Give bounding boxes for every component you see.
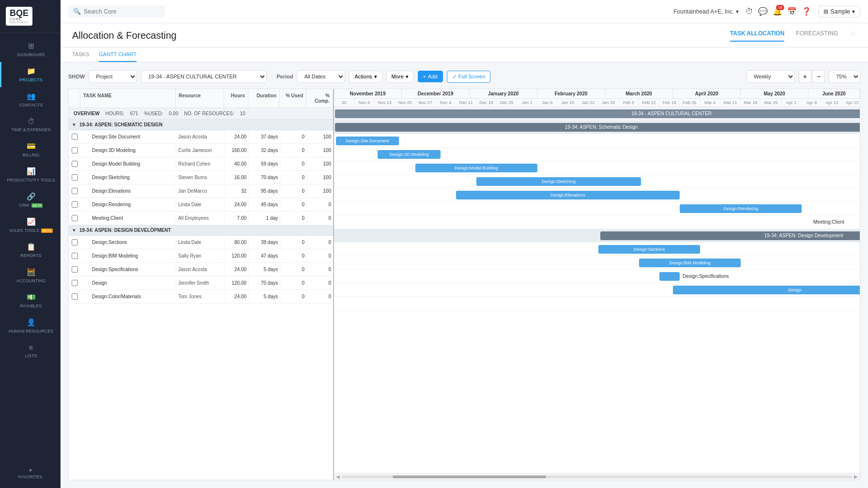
sidebar-item-lists[interactable]: ≡ LISTS	[0, 338, 61, 363]
zoom-in-button[interactable]: +	[799, 70, 811, 83]
task-name: Design:Sketching	[80, 173, 176, 182]
gantt-chart[interactable]: November 2019 December 2019 January 2020…	[334, 89, 860, 480]
gantt-weeks: 30 Nov 6 Nov 13 Nov 20 Nov 27 Dec 4 Dec …	[334, 99, 860, 107]
task-duration: 5 days	[248, 292, 280, 301]
logo-text: BQE	[10, 9, 29, 17]
task-duration: 59 days	[248, 159, 280, 168]
calendar-icon[interactable]: 📅	[787, 7, 797, 16]
section-row-design-dev[interactable]: ▼ 19-34: ASPEN: DESIGN DEVELOPMENT	[69, 225, 333, 236]
task-resource: Curtis Jameson	[176, 146, 224, 155]
help-icon[interactable]: ❓	[802, 7, 811, 16]
task-used: 0	[280, 265, 306, 274]
task-checkbox[interactable]	[72, 293, 78, 300]
toolbar-right: Weekly + − 75%	[746, 70, 860, 83]
sub-tab-gantt[interactable]: GANTT CHART	[99, 47, 137, 62]
task-hours: 24.00	[224, 200, 248, 209]
task-checkbox[interactable]	[72, 134, 78, 140]
tab-forecasting[interactable]: FORECASTING	[796, 30, 838, 42]
task-checkbox[interactable]	[72, 215, 78, 221]
sidebar-item-dashboard[interactable]: ⊞ DASHBOARD	[0, 37, 61, 62]
task-resource: Richard Cohen	[176, 159, 224, 168]
scrollbar-thumb[interactable]	[393, 475, 546, 478]
sidebar-item-payables[interactable]: 💵 PAYABLES	[0, 288, 61, 313]
notification-icon[interactable]: 🔔 34	[773, 7, 782, 16]
more-label: More	[392, 74, 404, 79]
project-select[interactable]: 19-34 - ASPEN CULTURAL CENTER	[141, 70, 267, 83]
tab-task-allocation[interactable]: TASK ALLOCATION	[730, 30, 784, 42]
month-mar-2020: March 2020	[605, 89, 673, 98]
search-input[interactable]	[84, 8, 152, 15]
task-checkbox[interactable]	[72, 161, 78, 167]
logo-sub: CORE	[10, 17, 29, 21]
task-name: Design:Elevations	[80, 186, 176, 196]
gantt-bar-bim: Design:BIM Modeling	[639, 259, 741, 267]
sidebar-item-accounting[interactable]: 🧮 ACCOUNTING	[0, 263, 61, 288]
week-cell: Apr 1	[781, 99, 802, 107]
more-button[interactable]: More ▾	[386, 71, 414, 83]
sidebar-item-productivity[interactable]: 📊 PRODUCTIVITY TOOLS	[0, 162, 61, 187]
search-area[interactable]: 🔍	[68, 5, 165, 17]
weekly-select[interactable]: Weekly	[746, 70, 795, 83]
sidebar-item-contacts[interactable]: 👥 CONTACTS	[0, 87, 61, 112]
task-comp: 0	[306, 265, 333, 274]
sidebar-item-hr[interactable]: 👤 HUMAN RESOURCES	[0, 313, 61, 338]
task-comp: 0	[306, 278, 333, 288]
task-checkbox[interactable]	[72, 201, 78, 208]
task-checkbox[interactable]	[72, 280, 78, 286]
month-may-2020: May 2020	[741, 89, 808, 98]
left-panel: TASK NAME Resource Hours Duration % Used…	[69, 89, 334, 480]
task-used: 0	[280, 173, 306, 182]
company-selector[interactable]: Fountainhead A+E, Inc. ▾	[673, 8, 739, 15]
sub-tab-tasks[interactable]: TASKS	[72, 47, 89, 62]
show-select[interactable]: Project	[89, 70, 137, 83]
sidebar-item-crm[interactable]: 🔗 CRM BETA	[0, 187, 61, 213]
gantt-row-design: Design	[334, 283, 860, 297]
zoom-select[interactable]: 75%	[829, 70, 860, 83]
sidebar-label-hr: HUMAN RESOURCES	[9, 329, 54, 334]
gantt-row-sections: Design:Sections	[334, 243, 860, 256]
week-cell: Dec 4	[436, 99, 456, 107]
task-checkbox[interactable]	[72, 266, 78, 273]
sidebar-label-payables: PAYABLES	[20, 304, 42, 308]
sidebar-item-billing[interactable]: 💳 BILLING	[0, 137, 61, 162]
sidebar-item-reports[interactable]: 📋 REPORTS	[0, 238, 61, 263]
actions-button[interactable]: Actions ▾	[349, 71, 382, 83]
table-row: Design:Sections Linda Dale 80.00 39 days…	[69, 236, 333, 249]
task-checkbox[interactable]	[72, 239, 78, 245]
week-cell: Nov 27	[415, 99, 436, 107]
sidebar-label-lists: LISTS	[25, 353, 37, 358]
section-name-schematic: 19-34: ASPEN: SCHEMATIC DESIGN	[79, 122, 163, 127]
sidebar-label-productivity: PRODUCTIVITY TOOLS	[7, 178, 55, 183]
gantt-scrollbar[interactable]: ◀ ▶	[334, 473, 860, 480]
reports-icon: 📋	[27, 243, 36, 251]
sidebar-item-projects[interactable]: 📁 PROJECTS	[0, 62, 61, 87]
chat-icon[interactable]: 💬	[758, 7, 768, 16]
sidebar-label-crm: CRM BETA	[19, 203, 43, 208]
sidebar-item-sales[interactable]: 📈 SALES TOOLS BETA	[0, 213, 61, 238]
task-hours: 40.00	[224, 159, 248, 168]
page-title: Allocation & Forecasting	[72, 30, 177, 41]
sample-button[interactable]: ⊞ Sample ▾	[818, 6, 860, 17]
sidebar-item-time-expenses[interactable]: ⏱ TIME & EXPENSES	[0, 112, 61, 137]
period-select[interactable]: All Dates	[297, 70, 345, 83]
week-cell: Feb 19	[659, 99, 680, 107]
scrollbar-track[interactable]	[342, 475, 852, 478]
notification-badge: 34	[776, 5, 784, 10]
time-icon: ⏱	[28, 117, 35, 125]
add-button[interactable]: + Add	[418, 71, 443, 82]
task-checkbox[interactable]	[72, 147, 78, 153]
table-header: TASK NAME Resource Hours Duration % Used…	[69, 89, 333, 108]
week-cell: Nov 6	[354, 99, 375, 107]
section-row-schematic[interactable]: ▼ 19-34: ASPEN: SCHEMATIC DESIGN	[69, 120, 333, 130]
full-screen-button[interactable]: ⤢ Full Screen	[447, 71, 491, 83]
task-checkbox[interactable]	[72, 188, 78, 194]
task-checkbox[interactable]	[72, 174, 78, 181]
zoom-out-button[interactable]: −	[812, 70, 825, 83]
sidebar-item-favorites[interactable]: ★ FAVORITES	[3, 464, 58, 483]
favorite-star-button[interactable]: ☆	[850, 29, 856, 42]
overview-used-label: %USED:	[144, 111, 163, 116]
task-checkbox[interactable]	[72, 253, 78, 259]
gantt-bar-rendering: Design:Rendering	[680, 204, 802, 213]
month-jan-2020: January 2020	[470, 89, 537, 98]
timer-icon[interactable]: ⏱	[746, 7, 753, 16]
